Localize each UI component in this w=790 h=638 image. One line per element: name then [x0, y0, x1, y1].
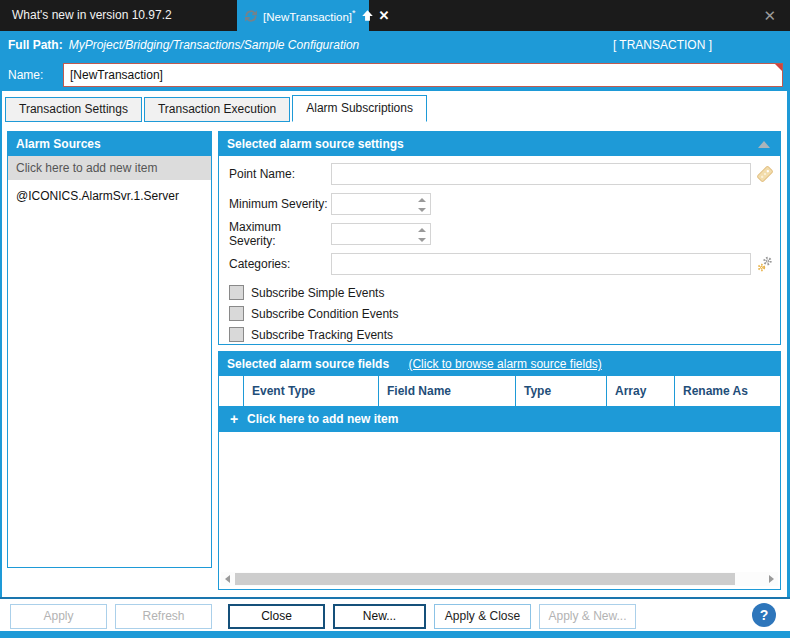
- min-severity-row: Minimum Severity:: [229, 192, 780, 216]
- column-type[interactable]: Type: [515, 376, 606, 406]
- subscribe-tracking-events-label: Subscribe Tracking Events: [251, 328, 393, 342]
- transaction-editor-window: What's new in version 10.97.2 [NewTransa…: [0, 0, 790, 638]
- full-path-value: MyProject/Bridging/Transactions/Sample C…: [69, 38, 360, 52]
- column-rename-as[interactable]: Rename As: [674, 376, 780, 406]
- name-bar: Name: [NewTransaction]: [0, 60, 790, 91]
- spinner-icon[interactable]: [418, 196, 427, 214]
- apply-button[interactable]: Apply: [10, 604, 107, 629]
- browse-fields-link[interactable]: (Click to browse alarm source fields): [408, 357, 601, 371]
- point-name-row: Point Name:: [229, 162, 780, 186]
- type-badge: [ TRANSACTION ]: [613, 31, 712, 60]
- spinner-icon[interactable]: [418, 226, 427, 244]
- subscribe-simple-events-row: Subscribe Simple Events: [229, 282, 780, 303]
- scrollbar-thumb[interactable]: [235, 573, 735, 585]
- settings-body: Point Name: Minimum Severity:: [219, 156, 780, 345]
- settings-header: Selected alarm source settings: [219, 132, 780, 156]
- subscribe-condition-events-checkbox[interactable]: [229, 306, 244, 321]
- min-severity-label: Minimum Severity:: [229, 197, 331, 211]
- tab-transaction-settings[interactable]: Transaction Settings: [5, 97, 142, 122]
- add-field-label: Click here to add new item: [247, 412, 398, 426]
- refresh-button[interactable]: Refresh: [115, 604, 212, 629]
- tab-whats-new[interactable]: What's new in version 10.97.2: [12, 0, 172, 31]
- tab-transaction-execution[interactable]: Transaction Execution: [144, 97, 290, 122]
- add-field-row[interactable]: + Click here to add new item: [219, 406, 780, 432]
- modified-marker: *: [352, 8, 356, 18]
- categories-row: Categories:: [229, 252, 780, 276]
- subscribe-tracking-events-checkbox[interactable]: [229, 327, 244, 342]
- alarm-source-settings-panel: Selected alarm source settings Point Nam…: [218, 131, 781, 345]
- tab-title: [NewTransaction]*: [263, 8, 356, 23]
- categories-input[interactable]: [331, 253, 751, 275]
- fields-header: Selected alarm source fields (Click to b…: [219, 352, 780, 376]
- max-severity-label: Maximum Severity:: [229, 220, 331, 248]
- column-event-type[interactable]: Event Type: [243, 376, 378, 406]
- apply-and-new-button[interactable]: Apply & New...: [539, 604, 636, 629]
- name-input[interactable]: [NewTransaction]: [63, 63, 783, 87]
- validation-corner-marker: [775, 64, 782, 71]
- subscribe-tracking-events-row: Subscribe Tracking Events: [229, 324, 780, 345]
- alarm-sources-panel: Alarm Sources Click here to add new item…: [7, 131, 212, 568]
- apply-and-close-button[interactable]: Apply & Close: [434, 604, 531, 629]
- column-field-name[interactable]: Field Name: [378, 376, 515, 406]
- point-name-input[interactable]: [331, 163, 751, 185]
- button-bar: Apply Refresh Close New... Apply & Close…: [0, 597, 790, 631]
- max-severity-row: Maximum Severity:: [229, 222, 780, 246]
- column-selector: [219, 376, 243, 406]
- subscribe-simple-events-label: Subscribe Simple Events: [251, 286, 384, 300]
- gears-icon[interactable]: [756, 255, 774, 273]
- tab-new-transaction[interactable]: [NewTransaction]* ✕: [237, 0, 369, 31]
- collapse-icon[interactable]: [758, 141, 770, 148]
- alarm-source-fields-panel: Selected alarm source fields (Click to b…: [218, 351, 781, 590]
- subscribe-condition-events-label: Subscribe Condition Events: [251, 307, 398, 321]
- column-array[interactable]: Array: [606, 376, 674, 406]
- close-button[interactable]: Close: [228, 604, 325, 629]
- horizontal-scrollbar[interactable]: [221, 572, 778, 586]
- full-path-bar: Full Path:MyProject/Bridging/Transaction…: [0, 31, 790, 60]
- add-alarm-source-row[interactable]: Click here to add new item: [8, 156, 211, 180]
- window-close-icon[interactable]: ✕: [763, 0, 776, 31]
- tab-close-icon[interactable]: ✕: [379, 0, 390, 31]
- subscribe-condition-events-row: Subscribe Condition Events: [229, 303, 780, 324]
- refresh-icon[interactable]: [244, 9, 258, 23]
- categories-label: Categories:: [229, 257, 331, 271]
- alarm-source-item[interactable]: @ICONICS.AlarmSvr.1.Server: [8, 184, 211, 208]
- window-border-bottom: [0, 631, 790, 638]
- max-severity-input[interactable]: [331, 223, 431, 245]
- titlebar: What's new in version 10.97.2 [NewTransa…: [0, 0, 790, 31]
- fields-table-header: Event Type Field Name Type Array Rename …: [219, 376, 780, 406]
- alarm-sources-header: Alarm Sources: [8, 132, 211, 156]
- plus-icon: +: [225, 411, 243, 427]
- scroll-right-icon[interactable]: [769, 575, 774, 583]
- tag-icon[interactable]: [756, 165, 774, 183]
- scroll-left-icon[interactable]: [225, 575, 230, 583]
- tab-alarm-subscriptions[interactable]: Alarm Subscriptions: [292, 95, 427, 122]
- point-name-label: Point Name:: [229, 167, 331, 181]
- window-border-left: [0, 31, 2, 638]
- min-severity-input[interactable]: [331, 193, 431, 215]
- subscribe-simple-events-checkbox[interactable]: [229, 285, 244, 300]
- name-label: Name:: [8, 60, 43, 91]
- help-button[interactable]: ?: [752, 603, 776, 627]
- new-button[interactable]: New...: [333, 604, 426, 629]
- full-path-label: Full Path:: [8, 38, 63, 52]
- promote-up-icon[interactable]: [361, 9, 374, 22]
- tab-strip: Transaction Settings Transaction Executi…: [5, 91, 429, 122]
